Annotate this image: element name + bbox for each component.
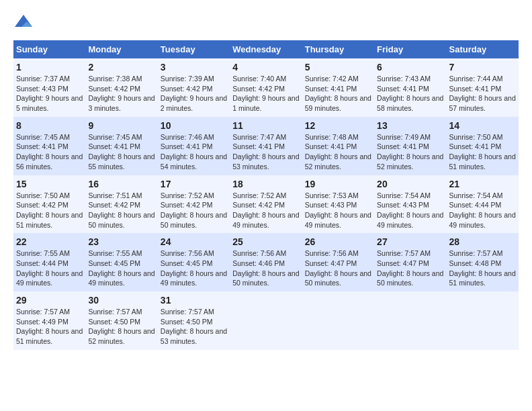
weekday-header-thursday: Thursday [302, 40, 374, 58]
day-info: Sunrise: 7:53 AMSunset: 4:43 PMDaylight:… [305, 191, 371, 230]
day-info: Sunrise: 7:49 AMSunset: 4:41 PMDaylight:… [377, 132, 443, 172]
calendar-cell: 5Sunrise: 7:42 AMSunset: 4:41 PMDaylight… [302, 58, 374, 117]
day-number: 27 [377, 236, 443, 247]
day-number: 26 [305, 236, 371, 247]
day-info: Sunrise: 7:51 AMSunset: 4:42 PMDaylight:… [88, 191, 154, 230]
calendar-cell: 2Sunrise: 7:38 AMSunset: 4:42 PMDaylight… [85, 58, 157, 117]
day-number: 5 [305, 62, 371, 73]
page-header [13, 13, 519, 34]
day-info: Sunrise: 7:38 AMSunset: 4:42 PMDaylight:… [88, 74, 154, 113]
day-info: Sunrise: 7:45 AMSunset: 4:41 PMDaylight:… [16, 132, 83, 172]
day-number: 24 [161, 236, 227, 247]
day-number: 4 [232, 62, 299, 73]
day-info: Sunrise: 7:50 AMSunset: 4:42 PMDaylight:… [16, 191, 83, 230]
day-number: 22 [16, 236, 83, 247]
day-info: Sunrise: 7:48 AMSunset: 4:41 PMDaylight:… [305, 132, 371, 172]
day-number: 25 [232, 236, 299, 247]
day-number: 11 [232, 120, 299, 131]
day-number: 28 [449, 236, 516, 247]
day-number: 12 [305, 120, 371, 131]
day-number: 9 [88, 120, 154, 131]
calendar-cell: 18Sunrise: 7:52 AMSunset: 4:42 PMDayligh… [230, 175, 302, 234]
calendar-cell: 11Sunrise: 7:47 AMSunset: 4:41 PMDayligh… [230, 117, 302, 175]
calendar-table: SundayMondayTuesdayWednesdayThursdayFrid… [13, 40, 519, 350]
calendar-cell [447, 291, 519, 350]
day-info: Sunrise: 7:57 AMSunset: 4:47 PMDaylight:… [377, 248, 443, 288]
logo-icon [13, 13, 34, 34]
calendar-week-1: 1Sunrise: 7:37 AMSunset: 4:43 PMDaylight… [13, 58, 519, 117]
calendar-cell: 12Sunrise: 7:48 AMSunset: 4:41 PMDayligh… [302, 117, 374, 175]
calendar-cell: 3Sunrise: 7:39 AMSunset: 4:42 PMDaylight… [158, 58, 230, 117]
day-number: 18 [232, 179, 299, 189]
day-number: 14 [449, 120, 516, 131]
day-info: Sunrise: 7:46 AMSunset: 4:41 PMDaylight:… [161, 132, 227, 172]
weekday-header-monday: Monday [85, 40, 157, 58]
day-info: Sunrise: 7:54 AMSunset: 4:44 PMDaylight:… [449, 191, 516, 230]
day-info: Sunrise: 7:55 AMSunset: 4:45 PMDaylight:… [88, 248, 154, 288]
calendar-cell: 27Sunrise: 7:57 AMSunset: 4:47 PMDayligh… [374, 233, 446, 291]
calendar-cell: 15Sunrise: 7:50 AMSunset: 4:42 PMDayligh… [13, 175, 85, 234]
day-number: 16 [88, 179, 154, 189]
day-number: 10 [161, 120, 227, 131]
day-number: 29 [16, 295, 83, 306]
calendar-cell: 17Sunrise: 7:52 AMSunset: 4:42 PMDayligh… [158, 175, 230, 234]
calendar-cell: 23Sunrise: 7:55 AMSunset: 4:45 PMDayligh… [85, 233, 157, 291]
calendar-cell: 6Sunrise: 7:43 AMSunset: 4:41 PMDaylight… [374, 58, 446, 117]
calendar-cell: 16Sunrise: 7:51 AMSunset: 4:42 PMDayligh… [85, 175, 157, 234]
day-number: 23 [88, 236, 154, 247]
day-info: Sunrise: 7:52 AMSunset: 4:42 PMDaylight:… [161, 191, 227, 230]
calendar-week-2: 8Sunrise: 7:45 AMSunset: 4:41 PMDaylight… [13, 117, 519, 175]
day-number: 7 [449, 62, 516, 73]
day-info: Sunrise: 7:44 AMSunset: 4:41 PMDaylight:… [449, 74, 516, 113]
calendar-cell: 7Sunrise: 7:44 AMSunset: 4:41 PMDaylight… [447, 58, 519, 117]
calendar-cell: 13Sunrise: 7:49 AMSunset: 4:41 PMDayligh… [374, 117, 446, 175]
day-info: Sunrise: 7:40 AMSunset: 4:42 PMDaylight:… [232, 74, 299, 113]
calendar-cell: 4Sunrise: 7:40 AMSunset: 4:42 PMDaylight… [230, 58, 302, 117]
calendar-week-4: 22Sunrise: 7:55 AMSunset: 4:44 PMDayligh… [13, 233, 519, 291]
day-info: Sunrise: 7:37 AMSunset: 4:43 PMDaylight:… [16, 74, 83, 113]
day-number: 17 [161, 179, 227, 189]
calendar-cell: 9Sunrise: 7:45 AMSunset: 4:41 PMDaylight… [85, 117, 157, 175]
calendar-cell: 14Sunrise: 7:50 AMSunset: 4:41 PMDayligh… [447, 117, 519, 175]
day-number: 30 [88, 295, 154, 306]
calendar-cell: 20Sunrise: 7:54 AMSunset: 4:43 PMDayligh… [374, 175, 446, 234]
calendar-week-5: 29Sunrise: 7:57 AMSunset: 4:49 PMDayligh… [13, 291, 519, 350]
day-number: 8 [16, 120, 83, 131]
day-info: Sunrise: 7:57 AMSunset: 4:48 PMDaylight:… [449, 248, 516, 288]
weekday-header-wednesday: Wednesday [230, 40, 302, 58]
day-info: Sunrise: 7:50 AMSunset: 4:41 PMDaylight:… [449, 132, 516, 172]
calendar-week-3: 15Sunrise: 7:50 AMSunset: 4:42 PMDayligh… [13, 175, 519, 234]
weekday-header-tuesday: Tuesday [158, 40, 230, 58]
weekday-header-sunday: Sunday [13, 40, 85, 58]
day-number: 13 [377, 120, 443, 131]
day-info: Sunrise: 7:57 AMSunset: 4:50 PMDaylight:… [161, 307, 227, 347]
day-number: 31 [161, 295, 227, 306]
calendar-cell: 24Sunrise: 7:56 AMSunset: 4:45 PMDayligh… [158, 233, 230, 291]
day-info: Sunrise: 7:54 AMSunset: 4:43 PMDaylight:… [377, 191, 443, 230]
day-info: Sunrise: 7:52 AMSunset: 4:42 PMDaylight:… [232, 191, 299, 230]
day-number: 19 [305, 179, 371, 189]
calendar-cell: 22Sunrise: 7:55 AMSunset: 4:44 PMDayligh… [13, 233, 85, 291]
calendar-cell: 1Sunrise: 7:37 AMSunset: 4:43 PMDaylight… [13, 58, 85, 117]
day-info: Sunrise: 7:57 AMSunset: 4:50 PMDaylight:… [88, 307, 154, 347]
calendar-cell: 30Sunrise: 7:57 AMSunset: 4:50 PMDayligh… [85, 291, 157, 350]
day-info: Sunrise: 7:45 AMSunset: 4:41 PMDaylight:… [88, 132, 154, 172]
calendar-cell: 10Sunrise: 7:46 AMSunset: 4:41 PMDayligh… [158, 117, 230, 175]
day-info: Sunrise: 7:56 AMSunset: 4:45 PMDaylight:… [161, 248, 227, 288]
calendar-cell [230, 291, 302, 350]
day-info: Sunrise: 7:56 AMSunset: 4:46 PMDaylight:… [232, 248, 299, 288]
weekday-header-friday: Friday [374, 40, 446, 58]
day-info: Sunrise: 7:47 AMSunset: 4:41 PMDaylight:… [232, 132, 299, 172]
calendar-cell: 21Sunrise: 7:54 AMSunset: 4:44 PMDayligh… [447, 175, 519, 234]
calendar-cell: 28Sunrise: 7:57 AMSunset: 4:48 PMDayligh… [447, 233, 519, 291]
calendar-cell [374, 291, 446, 350]
calendar-cell: 29Sunrise: 7:57 AMSunset: 4:49 PMDayligh… [13, 291, 85, 350]
day-number: 20 [377, 179, 443, 189]
weekday-header-saturday: Saturday [447, 40, 519, 58]
calendar-cell: 25Sunrise: 7:56 AMSunset: 4:46 PMDayligh… [230, 233, 302, 291]
calendar-cell: 31Sunrise: 7:57 AMSunset: 4:50 PMDayligh… [158, 291, 230, 350]
calendar-cell: 8Sunrise: 7:45 AMSunset: 4:41 PMDaylight… [13, 117, 85, 175]
day-info: Sunrise: 7:57 AMSunset: 4:49 PMDaylight:… [16, 307, 83, 347]
logo [13, 13, 36, 34]
day-number: 15 [16, 179, 83, 189]
